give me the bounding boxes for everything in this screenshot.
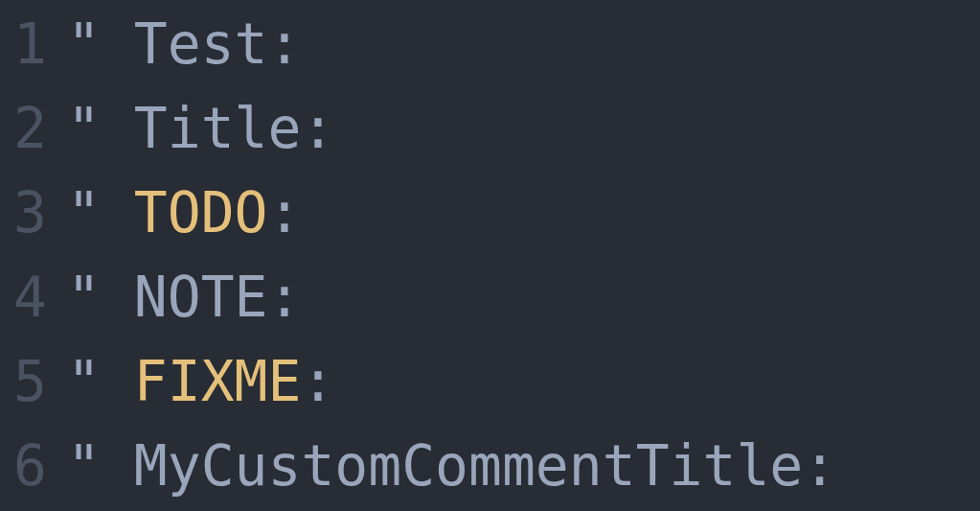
code-line[interactable]: 5 " FIXME : <box>0 339 980 424</box>
line-number: 1 <box>0 2 67 86</box>
line-number: 2 <box>0 86 67 171</box>
comment-text: NOTE: <box>134 255 302 339</box>
line-number: 3 <box>0 171 67 255</box>
space <box>101 86 134 171</box>
comment-quote: " <box>67 171 101 255</box>
comment-text: : <box>268 171 302 255</box>
comment-quote: " <box>67 339 101 424</box>
comment-text: : <box>301 339 334 424</box>
space <box>101 2 134 86</box>
line-number: 5 <box>0 339 67 424</box>
code-line[interactable]: 6 " MyCustomCommentTitle: <box>0 424 980 508</box>
fixme-keyword: FIXME <box>134 339 302 424</box>
comment-text: MyCustomCommentTitle: <box>134 424 836 508</box>
comment-quote: " <box>67 255 101 339</box>
comment-quote: " <box>67 2 101 86</box>
space <box>101 424 134 508</box>
code-line[interactable]: 1 " Test: <box>0 2 980 86</box>
space <box>101 255 134 339</box>
code-line[interactable]: 4 " NOTE: <box>0 255 980 339</box>
line-number: 4 <box>0 255 67 339</box>
code-editor[interactable]: 1 " Test: 2 " Title: 3 " TODO : 4 " NOTE… <box>0 0 980 508</box>
comment-text: Test: <box>134 2 302 86</box>
space <box>101 339 134 424</box>
code-line[interactable]: 3 " TODO : <box>0 171 980 255</box>
comment-quote: " <box>67 424 101 508</box>
code-line[interactable]: 2 " Title: <box>0 86 980 171</box>
line-number: 6 <box>0 424 67 508</box>
todo-keyword: TODO <box>134 171 268 255</box>
comment-quote: " <box>67 86 101 171</box>
space <box>101 171 134 255</box>
comment-text: Title: <box>134 86 335 171</box>
